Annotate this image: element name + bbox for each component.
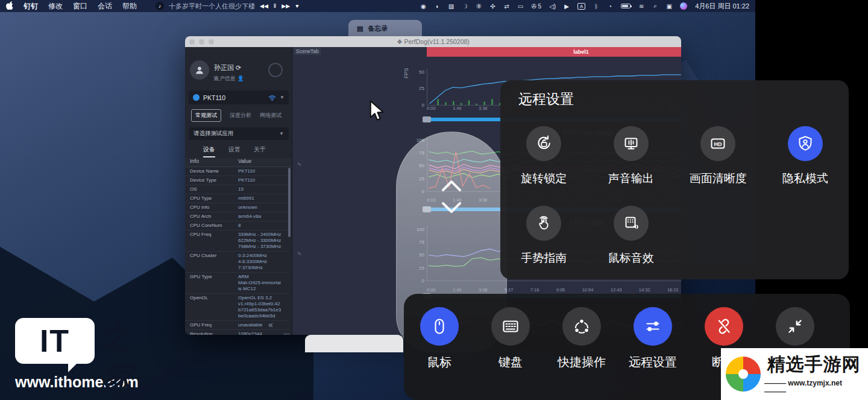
clock-icon[interactable]: ◔ (607, 3, 613, 10)
row-label: CPU CoreNum (185, 223, 238, 229)
fps-slider-handle-left[interactable] (423, 116, 431, 122)
menu-bar-clock[interactable]: 4月6日 周日 01:22 (695, 2, 749, 11)
table-row: Device NamePKT110 (185, 167, 290, 176)
remote-settings-icon (634, 307, 672, 346)
menu-item-2[interactable]: 修改 (48, 2, 63, 10)
toolbar-keyboard[interactable]: 键盘 (475, 307, 546, 400)
menu-item-4[interactable]: 会话 (98, 2, 112, 10)
row-label: Device Name (185, 168, 238, 174)
notification-badge-icon[interactable]: ⑧ (476, 3, 482, 10)
toolbar-label: 键盘 (498, 354, 523, 370)
account-info-link[interactable]: 账户信息 👤 (214, 75, 244, 83)
scene-tab-label[interactable]: SceneTab (294, 48, 321, 55)
game-controller-icon[interactable]: ✇ 5 (531, 3, 541, 10)
row-label: Device Type (185, 177, 238, 183)
toolbar-mouse[interactable]: 鼠标 (404, 307, 475, 400)
play-circle-icon[interactable]: ▶ (564, 3, 570, 10)
remote-setting-sound-output[interactable]: 声音输出 (588, 118, 675, 186)
test-tab-2[interactable]: 深度分析 (230, 112, 251, 119)
device-name: PKT110 (203, 94, 265, 101)
row-value: unavailable (238, 322, 290, 328)
background-window-edge (305, 335, 403, 352)
next-track-icon[interactable]: ▶▶ (281, 3, 290, 9)
toolbar-label: 鼠标 (427, 354, 451, 370)
x-tick: 3:38 (479, 106, 488, 111)
info-tab-1[interactable]: 设备 (203, 145, 215, 157)
row-label: OS (185, 186, 238, 192)
row-label: GPU Type (185, 274, 238, 292)
record-icon[interactable]: ◉ (420, 3, 426, 10)
info-tab-2[interactable]: 设置 (228, 145, 241, 157)
row-label: CPU Freq (185, 232, 238, 250)
table-row: CPU CoreNum8 (185, 221, 290, 230)
volume-icon[interactable]: ◁) (549, 3, 556, 10)
ithome-logo-suffix: 之家 (98, 314, 136, 400)
toolbar-quick-actions[interactable]: 快捷操作 (546, 307, 617, 400)
apple-menu-icon[interactable] (6, 1, 13, 11)
menu-item-5[interactable]: 帮助 (122, 2, 137, 10)
table-row: CPU Typemt6991 (185, 194, 290, 203)
spotlight-icon[interactable]: ⌕ (652, 2, 658, 10)
calendar-icon[interactable]: ▨ (448, 3, 454, 10)
music-app-icon[interactable]: ♪ (156, 2, 164, 10)
display-icon[interactable]: ▭ (517, 3, 523, 10)
quick-actions-icon (562, 307, 601, 346)
bluetooth-icon[interactable]: ᛒ (593, 3, 599, 10)
row-value: 8 (238, 223, 290, 229)
device-selector[interactable]: PKT110 ▼ (189, 90, 289, 104)
wifi-icon[interactable]: ≋ (638, 3, 644, 10)
row-label: CPU Arch (185, 214, 238, 220)
remote-setting-gesture-guide[interactable]: 手势指南 (500, 197, 588, 266)
tzymjx-url: www.tzymjx.net (764, 379, 863, 396)
toolbar-remote-settings[interactable]: 远程设置 (617, 307, 688, 400)
test-app-select[interactable]: 请选择测试应用 ▼ (189, 127, 289, 140)
remote-setting-label: 画面清晰度 (690, 171, 747, 186)
heart-icon[interactable]: ♥ (295, 3, 298, 9)
test-tab-1[interactable]: 常规测试 (191, 109, 221, 122)
edit-icon[interactable]: ✎ (297, 251, 302, 257)
remote-setting-privacy-mode[interactable]: 隐私模式 (762, 118, 849, 186)
perfdog-sidebar: 孙正国 ⟳ 账户信息 👤 PKT110 ▼ 常规测试深度分析网络测试 请选择测试… (185, 47, 292, 335)
sidebar-scrollbar[interactable] (288, 168, 291, 237)
test-tab-3[interactable]: 网络测试 (260, 112, 281, 119)
x-tick: 10:54 (582, 287, 594, 293)
edit-icon[interactable]: ✎ (297, 162, 302, 168)
sound-output-icon (614, 126, 649, 161)
fan-icon[interactable]: ✣ (489, 3, 495, 10)
sync-arrows-icon[interactable]: ⇄ (503, 3, 509, 10)
user-switch-icon[interactable]: ▣ (666, 3, 672, 10)
input-source-icon[interactable]: A (577, 3, 585, 10)
remote-settings-panel: 远程设置 旋转锁定声音输出HD画面清晰度隐私模式手势指南鼠标音效 (500, 80, 849, 279)
sidebar-collapse-button[interactable]: « (268, 320, 272, 329)
x-tick: 16:21 (667, 287, 679, 293)
memos-window-tab[interactable]: ▤ 备忘录 (348, 20, 422, 37)
collapse-icon (776, 307, 814, 346)
perfdog-title-bar[interactable]: ❖ PerfDog(v11.1.250208) (185, 36, 681, 47)
info-tab-3[interactable]: 关于 (254, 145, 266, 157)
perfdog-logo-icon: ❖ (397, 38, 402, 45)
row-value: unknown (238, 205, 290, 211)
pause-icon[interactable]: Ⅱ (274, 3, 276, 9)
pinwheel-logo (726, 357, 761, 392)
remote-setting-rotation-lock[interactable]: 旋转锁定 (500, 118, 588, 186)
remote-setting-hd[interactable]: HD画面清晰度 (675, 118, 762, 186)
settings-round-button[interactable] (268, 63, 283, 77)
fps-ytick: 0 (406, 103, 424, 108)
battery-icon[interactable] (621, 4, 631, 8)
remote-setting-mouse-sound[interactable]: 鼠标音效 (588, 197, 675, 266)
menu-item-1[interactable]: 钉钉 (24, 2, 38, 10)
table-row: OS15 (185, 185, 290, 194)
row-value: 0-3:2400MHz 4-6:3300MHz 7:3730MHz (238, 253, 290, 271)
scene-label-banner: label1 (427, 47, 681, 57)
menu-item-3[interactable]: 窗口 (73, 2, 87, 10)
toolbar-label: 快捷操作 (558, 354, 606, 370)
toolbar-label: 远程设置 (629, 354, 677, 370)
siri-icon[interactable] (680, 2, 687, 10)
bird-icon[interactable]: ◗ (434, 3, 440, 10)
sidebar-corner-button[interactable] (283, 333, 290, 335)
avatar[interactable] (190, 60, 209, 80)
previous-track-icon[interactable]: ◀◀ (260, 3, 268, 9)
row-value: arm64-v8a (238, 214, 290, 220)
song-title: 十多岁平时一个人住很少下楼 (169, 2, 255, 11)
moon-icon[interactable]: ☽ (462, 3, 468, 10)
